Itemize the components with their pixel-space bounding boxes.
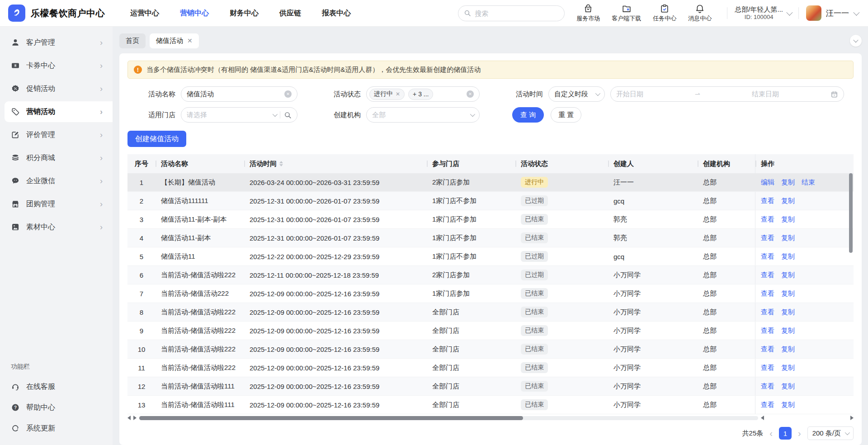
time-mode-select[interactable]: 自定义时段 (548, 86, 605, 102)
scroll-right-icon[interactable] (133, 416, 137, 420)
quick-link[interactable]: 客户端下载 (612, 4, 641, 23)
query-button[interactable]: 查 询 (512, 107, 544, 123)
row-action-link[interactable]: 查看 (761, 308, 774, 317)
table-row[interactable]: 6 当前活动-储值活动啦222 2025-12-11 00:00:00~2025… (127, 266, 854, 284)
table-row[interactable]: 13 当前活动-储值活动啦111 2025-12-09 00:00:00~202… (127, 396, 854, 414)
close-icon[interactable]: ✕ (187, 37, 193, 44)
row-action-link[interactable]: 复制 (781, 401, 795, 409)
sidebar-item-3[interactable]: 营销活动› (5, 101, 113, 122)
clear-icon[interactable]: ✕ (467, 90, 474, 98)
row-action-link[interactable]: 复制 (781, 327, 795, 335)
sidebar-item-0[interactable]: 客户管理› (5, 32, 113, 53)
row-action-link[interactable]: 复制 (781, 178, 795, 187)
row-action-link[interactable]: 查看 (761, 382, 774, 391)
prev-page-icon[interactable]: ‹ (769, 429, 774, 438)
row-action-link[interactable]: 复制 (781, 234, 795, 242)
global-search-input[interactable] (475, 9, 559, 17)
scroll-left-icon[interactable] (127, 416, 131, 420)
row-action-link[interactable]: 复制 (781, 197, 795, 205)
reset-button[interactable]: 重 置 (551, 107, 581, 123)
sidebar-footer-item[interactable]: ?帮助中心 (5, 398, 113, 417)
row-action-link[interactable]: 结束 (802, 178, 815, 187)
sidebar-item-5[interactable]: 积分商城› (5, 147, 113, 168)
scroll-right-icon[interactable] (850, 416, 854, 420)
close-icon[interactable]: ✕ (396, 91, 400, 97)
sidebar-item-7[interactable]: 团购管理› (5, 194, 113, 214)
table-row[interactable]: 11 当前活动-储值活动啦222 2025-12-09 00:00:00~202… (127, 359, 854, 377)
table-row[interactable]: 1 【长期】储值活动 2026-03-24 00:00:00~2026-03-3… (127, 173, 854, 192)
horizontal-scrollbar-track[interactable] (139, 416, 758, 420)
sidebar-item-4[interactable]: 评价管理› (5, 124, 113, 145)
sidebar-footer-item[interactable]: 系统更新 (5, 419, 113, 438)
row-action-link[interactable]: 复制 (781, 308, 795, 317)
row-action-link[interactable]: 复制 (781, 345, 795, 354)
row-action-link[interactable]: 查看 (761, 364, 774, 372)
row-action-link[interactable]: 复制 (781, 289, 795, 298)
table-row[interactable]: 5 储值活动11 2025-12-22 00:00:00~2025-12-29 … (127, 247, 854, 266)
tab-label: 首页 (126, 37, 139, 45)
cell-activity-name: 当前活动-储值活动啦222 (156, 364, 244, 372)
row-action-link[interactable]: 查看 (761, 215, 774, 224)
table-row[interactable]: 7 当前活动-储值活动222 2025-12-09 00:00:00~2025-… (127, 284, 854, 303)
row-action-link[interactable]: 复制 (781, 382, 795, 391)
row-action-link[interactable]: 查看 (761, 345, 774, 354)
quick-link[interactable]: 服务市场 (576, 4, 600, 23)
user-menu[interactable]: 汪一一 (806, 5, 858, 21)
row-action-link[interactable]: 复制 (781, 271, 795, 279)
horizontal-scrollbar-thumb[interactable] (139, 416, 523, 420)
activity-name-input[interactable] (187, 90, 281, 98)
table-row[interactable]: 2 储值活动111111 2025-12-31 00:00:00~2026-01… (127, 192, 854, 210)
sidebar-footer-item[interactable]: 在线客服 (5, 377, 113, 396)
row-action-link[interactable]: 复制 (781, 364, 795, 372)
row-action-link[interactable]: 复制 (781, 252, 795, 261)
table-row[interactable]: 10 当前活动-储值活动啦222 2025-12-09 00:00:00~202… (127, 340, 854, 359)
sort-icon[interactable] (279, 161, 283, 166)
next-page-icon[interactable]: › (797, 429, 802, 438)
row-action-link[interactable]: 查看 (761, 401, 774, 409)
nav-item-3[interactable]: 供应链 (279, 9, 301, 18)
row-action-link[interactable]: 复制 (781, 215, 795, 224)
table-row[interactable]: 3 储值活动11-副本-副本 2025-12-31 00:00:00~2026-… (127, 210, 854, 229)
collapse-tabs-button[interactable] (850, 35, 862, 47)
table-row[interactable]: 9 当前活动-储值活动啦222 2025-12-09 00:00:00~2025… (127, 322, 854, 340)
quick-link[interactable]: 消息中心 (688, 4, 712, 23)
row-action-link[interactable]: 查看 (761, 234, 774, 242)
row-action-link[interactable]: 查看 (761, 289, 774, 298)
activity-status-select[interactable]: 进行中✕+ 3 ... ✕ (366, 86, 480, 102)
sidebar-item-1[interactable]: 卡券中心› (5, 55, 113, 76)
sidebar-item-6[interactable]: 企业微信› (5, 170, 113, 191)
date-range-input[interactable]: 开始日期 ⇀ 结束日期 (610, 86, 844, 102)
create-activity-button[interactable]: 创建储值活动 (127, 131, 186, 147)
page-size-select[interactable]: 200 条/页 (807, 426, 854, 440)
store-search-icon[interactable] (284, 111, 292, 119)
status-tag[interactable]: 进行中✕ (369, 89, 405, 100)
nav-item-1[interactable]: 营销中心 (180, 9, 209, 18)
nav-item-0[interactable]: 运营中心 (130, 9, 159, 18)
column-header-label: 操作 (761, 160, 774, 168)
row-action-link[interactable]: 查看 (761, 252, 774, 261)
table-row[interactable]: 4 储值活动11-副本 2025-12-31 00:00:00~2026-01-… (127, 229, 854, 247)
tab-0[interactable]: 首页 (119, 33, 146, 48)
vertical-scrollbar-thumb[interactable] (849, 173, 853, 253)
nav-item-4[interactable]: 报表中心 (322, 9, 351, 18)
column-header-2[interactable]: 活动时间 (244, 154, 427, 173)
quick-link[interactable]: 任务中心 (653, 4, 676, 23)
row-action-link[interactable]: 编辑 (761, 178, 774, 187)
nav-item-2[interactable]: 财务中心 (230, 9, 259, 18)
sidebar-item-8[interactable]: 素材中心› (5, 217, 113, 237)
store-select[interactable]: 请选择 (181, 107, 297, 123)
sidebar-item-2[interactable]: 促销活动› (5, 78, 113, 99)
org-switcher[interactable]: 总部/年轻人第... ID: 100004 (735, 5, 791, 21)
row-action-link[interactable]: 查看 (761, 327, 774, 335)
clear-icon[interactable]: ✕ (284, 90, 292, 98)
scroll-left-icon[interactable] (761, 416, 764, 420)
create-org-select[interactable]: 全部 (366, 107, 480, 123)
tab-1[interactable]: 储值活动✕ (150, 33, 199, 48)
table-row[interactable]: 8 当前活动-储值活动啦222 2025-12-09 00:00:00~2025… (127, 303, 854, 322)
row-action-link[interactable]: 查看 (761, 197, 774, 205)
global-search[interactable] (458, 5, 565, 21)
page-number-button[interactable]: 1 (779, 427, 792, 440)
status-more-tag[interactable]: + 3 ... (408, 89, 433, 100)
table-row[interactable]: 12 当前活动-储值活动啦111 2025-12-09 00:00:00~202… (127, 377, 854, 396)
row-action-link[interactable]: 查看 (761, 271, 774, 279)
